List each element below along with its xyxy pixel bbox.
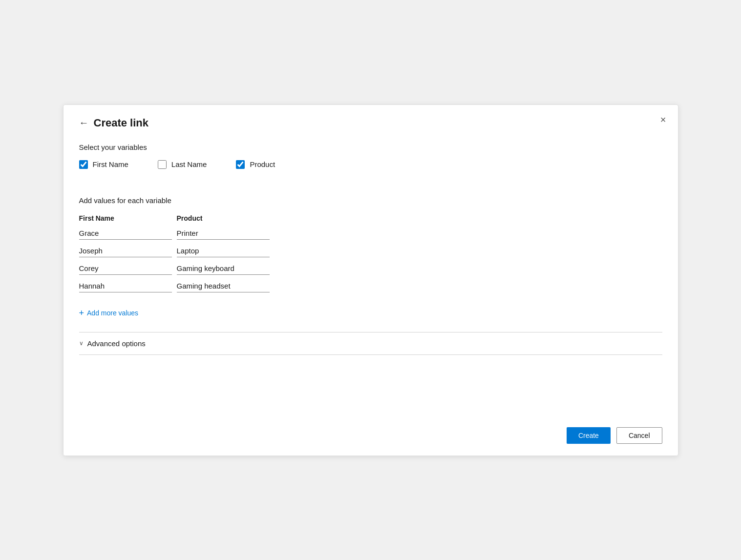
first-name-input-3[interactable] xyxy=(79,263,172,275)
col-header-first-name: First Name xyxy=(79,214,177,222)
values-header-row: First Name Product xyxy=(79,214,284,222)
first-name-checkbox-item[interactable]: First Name xyxy=(79,160,128,169)
advanced-options-section: ∨ Advanced options xyxy=(79,332,662,355)
add-values-label: Add values for each variable xyxy=(79,196,662,205)
variables-section-label: Select your variables xyxy=(79,143,662,151)
product-checkbox-item[interactable]: Product xyxy=(236,160,275,169)
close-button[interactable]: × xyxy=(660,115,666,124)
product-checkbox-label: Product xyxy=(250,160,275,168)
add-values-section: Add values for each variable First Name … xyxy=(79,196,662,332)
table-row xyxy=(79,263,284,275)
create-link-dialog: ← Create link × Select your variables Fi… xyxy=(63,104,678,456)
dialog-title: Create link xyxy=(94,117,149,129)
chevron-down-icon: ∨ xyxy=(79,340,84,347)
advanced-options-label: Advanced options xyxy=(87,339,146,348)
cancel-button[interactable]: Cancel xyxy=(616,427,662,444)
dialog-footer: Create Cancel xyxy=(79,419,662,444)
product-input-4[interactable] xyxy=(177,281,270,292)
variables-section: Select your variables First Name Last Na… xyxy=(79,143,662,185)
product-input-3[interactable] xyxy=(177,263,270,275)
product-input-1[interactable] xyxy=(177,228,270,240)
dialog-header: ← Create link × xyxy=(79,117,662,129)
add-more-values-button[interactable]: + Add more values xyxy=(79,306,139,320)
last-name-checkbox-label: Last Name xyxy=(171,160,207,168)
product-checkbox[interactable] xyxy=(236,160,245,169)
back-arrow-icon: ← xyxy=(79,117,89,128)
table-row xyxy=(79,246,284,257)
first-name-checkbox-label: First Name xyxy=(93,160,128,168)
table-row xyxy=(79,281,284,292)
first-name-input-1[interactable] xyxy=(79,228,172,240)
create-button[interactable]: Create xyxy=(567,427,611,444)
close-icon: × xyxy=(660,114,666,125)
back-button[interactable]: ← xyxy=(79,117,89,128)
table-row xyxy=(79,228,284,240)
variables-row: First Name Last Name Product xyxy=(79,160,662,169)
first-name-checkbox[interactable] xyxy=(79,160,88,169)
product-input-2[interactable] xyxy=(177,246,270,257)
advanced-options-toggle[interactable]: ∨ Advanced options xyxy=(79,339,146,348)
last-name-checkbox[interactable] xyxy=(158,160,167,169)
last-name-checkbox-item[interactable]: Last Name xyxy=(158,160,207,169)
values-table: First Name Product xyxy=(79,214,284,298)
first-name-input-2[interactable] xyxy=(79,246,172,257)
plus-icon: + xyxy=(79,308,85,318)
add-more-label: Add more values xyxy=(87,309,138,317)
first-name-input-4[interactable] xyxy=(79,281,172,292)
col-header-product: Product xyxy=(177,214,279,222)
